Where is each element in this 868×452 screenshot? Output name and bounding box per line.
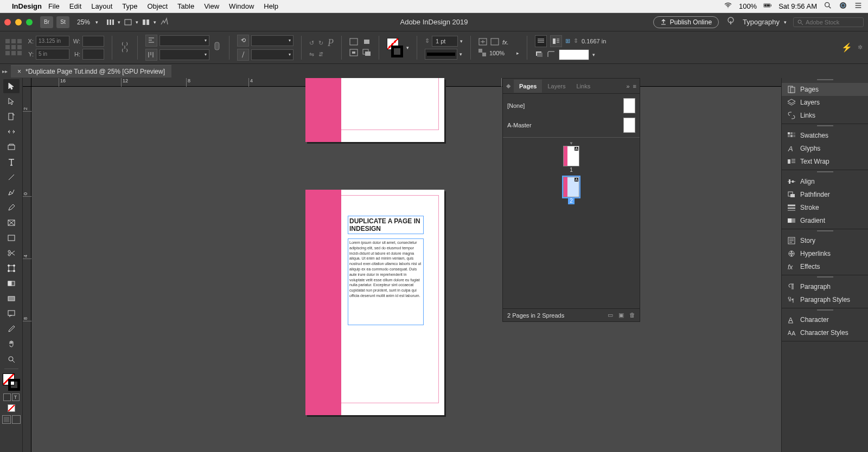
dimensions-icon[interactable]: ⊞ (565, 37, 570, 44)
dock-paragraph-styles[interactable]: ¶Paragraph Styles (782, 293, 868, 306)
view-options[interactable]: ▾ (106, 18, 120, 27)
type-tool[interactable] (3, 155, 20, 169)
select-content-icon[interactable] (362, 38, 371, 47)
gear-icon[interactable]: ✲ (858, 44, 863, 51)
menu-file[interactable]: File (48, 2, 60, 10)
rectangle-frame-tool[interactable] (3, 216, 20, 230)
select-prev-icon[interactable] (349, 49, 358, 57)
master-a[interactable]: A-Master (507, 115, 635, 135)
p-icon[interactable]: P (328, 37, 334, 49)
dock-effects[interactable]: fxEffects (782, 260, 868, 273)
opacity-input[interactable]: 100% (489, 50, 513, 56)
rotate-dropdown[interactable]: ▾ (251, 35, 293, 46)
new-page-icon[interactable]: ▣ (618, 312, 624, 319)
spacing-input[interactable]: 0.1667 in (582, 38, 614, 44)
double-arrow-icon[interactable]: » (626, 83, 629, 89)
corner-options[interactable] (559, 49, 589, 60)
corner-icon[interactable] (547, 50, 556, 59)
stock-button[interactable]: St (56, 16, 69, 28)
pencil-tool[interactable] (3, 201, 20, 215)
tab-pages[interactable]: Pages (514, 80, 542, 93)
menu-edit[interactable]: Edit (69, 2, 81, 10)
shear-icon[interactable]: ⧸ (237, 49, 249, 61)
x-input[interactable] (36, 36, 69, 47)
stroke-proxy[interactable] (8, 379, 20, 391)
clock[interactable]: Sat 9:56 AM (778, 2, 817, 10)
flip-v-icon[interactable]: ⇵ (318, 51, 323, 58)
dock-stroke[interactable]: Stroke (782, 201, 868, 214)
rectangle-tool[interactable] (3, 231, 20, 245)
page-thumb-1[interactable]: A (563, 146, 579, 166)
tab-links[interactable]: Links (571, 80, 596, 93)
text-wrap-none-icon[interactable] (535, 35, 547, 47)
chevron-down-icon[interactable]: ▾ (592, 52, 595, 57)
dock-links[interactable]: Links (782, 109, 868, 122)
tab-layers[interactable]: Layers (542, 80, 571, 93)
rotate-ccw-icon[interactable]: ↺ (309, 40, 314, 47)
fit-dropdown-2[interactable]: ▾ (159, 49, 209, 60)
tab-nav-arrows[interactable]: ▸▸ (2, 68, 8, 74)
menu-help[interactable]: Help (264, 2, 278, 10)
gradient-feather-tool[interactable] (3, 292, 20, 306)
menu-layout[interactable]: Layout (91, 2, 112, 10)
direct-selection-tool[interactable] (3, 94, 20, 108)
line-tool[interactable] (3, 170, 20, 184)
flip-h-icon[interactable]: ⇋ (309, 51, 314, 58)
fullscreen-window[interactable] (26, 19, 33, 25)
edit-page-size-icon[interactable]: ▭ (608, 312, 613, 319)
gradient-swatch-tool[interactable] (3, 276, 20, 290)
opacity-icon[interactable] (478, 49, 486, 57)
dock-text-wrap[interactable]: Text Wrap (782, 155, 868, 168)
text-wrap-around-icon[interactable] (550, 35, 562, 47)
title-frame[interactable]: DUPLICATE A PAGE IN INDESIGN (348, 216, 424, 234)
select-container-icon[interactable] (349, 38, 358, 47)
align-left-icon[interactable] (145, 35, 157, 47)
fx-icon[interactable]: fx. (502, 39, 509, 46)
body-frame[interactable]: Lorem ipsum dolor sit amet, consectetur … (348, 238, 424, 325)
auto-fit-icon[interactable] (478, 38, 487, 47)
selection-tool[interactable] (3, 79, 20, 93)
close-window[interactable] (4, 19, 11, 25)
formatting-text-icon[interactable]: T (12, 393, 20, 401)
dock-story[interactable]: Story (782, 234, 868, 247)
page-1[interactable] (305, 78, 444, 142)
y-input[interactable] (36, 49, 69, 60)
chevron-down-icon[interactable]: ▾ (459, 51, 462, 57)
fit-dropdown-1[interactable]: ▾ (159, 35, 209, 46)
page-thumb-2[interactable]: A (563, 177, 579, 197)
chevron-down-icon[interactable]: ▾ (406, 45, 409, 50)
menu-type[interactable]: Type (122, 2, 137, 10)
close-tab-icon[interactable]: × (17, 68, 21, 75)
panel-menu-icon[interactable]: ≡ (633, 83, 636, 89)
dock-pathfinder[interactable]: Pathfinder (782, 188, 868, 201)
dock-character[interactable]: ACharacter (782, 313, 868, 326)
siri-icon[interactable] (839, 1, 847, 11)
dock-hyperlinks[interactable]: Hyperlinks (782, 247, 868, 260)
panel-collapse-icon[interactable]: ◆ (503, 82, 514, 89)
canvas[interactable]: 16 12 8 4 0 4 8 12 16 2 0 4 8 (23, 78, 781, 452)
rotate-cw-icon[interactable]: ↻ (318, 40, 323, 47)
arrange[interactable]: ▾ (142, 18, 156, 27)
pen-tool[interactable] (3, 185, 20, 199)
note-tool[interactable] (3, 307, 20, 321)
rotate-icon[interactable]: ⟲ (237, 35, 249, 47)
pasteboard[interactable]: DUPLICATE A PAGE IN INDESIGN Lorem ipsum… (31, 87, 781, 452)
shear-dropdown[interactable]: ▾ (251, 49, 293, 60)
hand-tool[interactable] (3, 337, 20, 351)
fill-stroke-proxy[interactable] (3, 373, 20, 391)
dock-swatches[interactable]: Swatches (782, 129, 868, 142)
chevron-down-icon[interactable]: ▾ (460, 38, 463, 44)
dock-layers[interactable]: Layers (782, 96, 868, 109)
document-tab[interactable]: × *Duplicate Page Tut.indd @ 25% [GPU Pr… (11, 65, 171, 78)
bridge-button[interactable]: Br (40, 16, 53, 28)
page-2[interactable]: DUPLICATE A PAGE IN INDESIGN Lorem ipsum… (305, 190, 444, 415)
scissors-tool[interactable] (3, 246, 20, 260)
gpu-preview-icon[interactable] (159, 16, 169, 28)
h-input[interactable] (82, 49, 104, 60)
content-collector-tool[interactable] (3, 140, 20, 154)
notification-center-icon[interactable] (854, 1, 863, 11)
screen-mode[interactable]: ▾ (124, 18, 138, 27)
w-input[interactable] (82, 36, 104, 47)
delete-page-icon[interactable]: 🗑 (629, 312, 635, 319)
ruler-origin[interactable] (23, 78, 31, 87)
